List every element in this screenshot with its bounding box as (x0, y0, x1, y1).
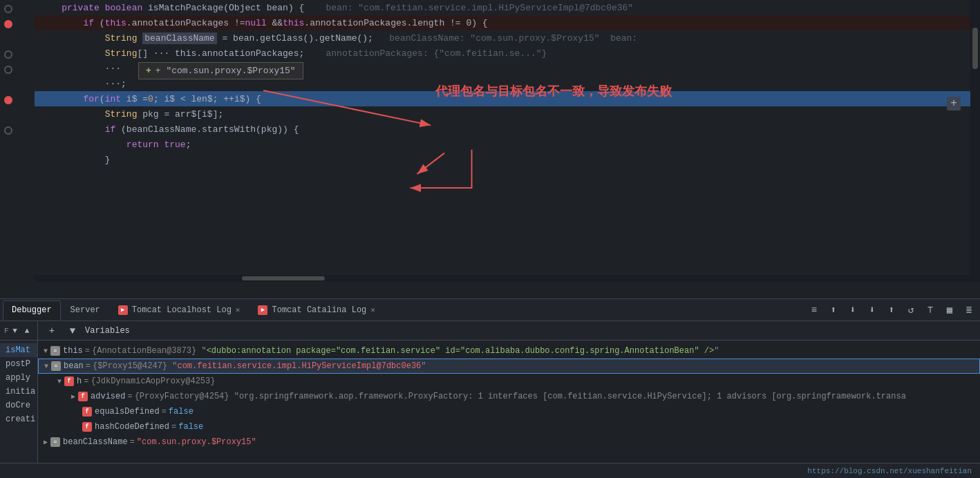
frame-item-ismat[interactable]: isMat (0, 343, 37, 357)
add-watch-button[interactable]: + (947, 97, 961, 111)
code-line-2: if ( this .annotationPackages != null &&… (35, 15, 970, 30)
gutter-line-10 (0, 138, 35, 153)
code-line-1: private boolean isMatchPackage(Object be… (35, 0, 970, 15)
gutter-line-6 (0, 77, 35, 93)
var-name-h: h (77, 376, 82, 386)
code-line-5: ··· + + "com.sun.proxy.$Proxy15" (35, 61, 970, 76)
gutter-line-9 (0, 123, 35, 138)
frame-item-ismat-label: isMat (6, 345, 30, 355)
tab-tomcat-localhost[interactable]: ▶ Tomcat Localhost Log ✕ (110, 300, 249, 320)
scroll-thumb-horizontal-code[interactable] (242, 276, 325, 280)
toolbar-btn-menu[interactable]: ≡ (806, 302, 822, 318)
annotation-area: 代理包名与目标包名不一致，导致发布失败 (435, 83, 672, 99)
frame-sidebar: F ▼ ▲ isMat postP apply initia doCre (0, 321, 38, 463)
breakpoint-hollow-5[interactable] (4, 66, 12, 74)
code-gutter (0, 0, 35, 275)
var-value-hashcode: false (178, 422, 203, 432)
var-row-hashcode-defined: f hashCodeDefined = false (38, 419, 980, 434)
var-icon-advised: f (78, 392, 88, 401)
var-name-equals: equalsDefined (95, 407, 160, 417)
toolbar-btn-filter[interactable]: ⊤ (922, 302, 939, 318)
code-lines: private boolean isMatchPackage(Object be… (35, 0, 970, 275)
expand-bean[interactable]: ▼ (44, 363, 48, 370)
expand-beanclassname[interactable]: ▶ (44, 438, 48, 446)
var-icon-hashcode: f (82, 422, 92, 432)
breakpoint-red-2[interactable] (4, 20, 12, 28)
frame-items: isMat postP apply initia doCre creati (0, 341, 37, 463)
variables-add-btn[interactable]: + (44, 323, 60, 339)
scroll-thumb-vertical[interactable] (972, 28, 978, 69)
var-value-equals: false (169, 407, 194, 417)
tab-tomcat-catalina-close[interactable]: ✕ (370, 305, 375, 314)
expand-h[interactable]: ▼ (57, 378, 62, 385)
tomcat-icon-1: ▶ (118, 305, 128, 315)
frame-item-apply-label: apply (6, 373, 30, 383)
breakpoint-hollow-9[interactable] (4, 126, 12, 135)
var-row-bean[interactable]: ▼ = bean = {$Proxy15@4247} " com.feitian… (38, 358, 980, 374)
toolbar-btn-list[interactable]: ≣ (961, 302, 977, 318)
var-row-h: ▼ f h = {JdkDynamicAopProxy@4253} (38, 374, 980, 389)
var-name-this: this (63, 346, 83, 356)
code-line-8: String pkg = arr$[i$]; (35, 106, 970, 122)
code-editor: private boolean isMatchPackage(Object be… (0, 0, 980, 275)
var-type-advised: {ProxyFactory@4254} "org.springframework… (135, 392, 906, 401)
gutter-line-5 (0, 62, 35, 77)
var-name-advised: advised (91, 392, 125, 401)
gutter-line-7 (0, 93, 35, 108)
frame-item-initia[interactable]: initia (0, 385, 37, 399)
code-line-9: if (beanClassName.startsWith(pkg)) { (35, 122, 970, 137)
horizontal-scrollbar-code[interactable] (35, 275, 980, 282)
frame-item-docre[interactable]: doCre (0, 399, 37, 412)
tab-server[interactable]: Server (62, 300, 109, 320)
toolbar-btn-up1[interactable]: ⬆ (825, 302, 842, 318)
expand-advised[interactable]: ▶ (71, 392, 75, 401)
frame-item-postp[interactable]: postP (0, 357, 37, 371)
tab-tomcat-localhost-label: Tomcat Localhost Log (132, 305, 232, 315)
gutter-line-1 (0, 1, 35, 17)
var-icon-h: f (64, 376, 74, 386)
frame-filter-btn[interactable]: ▼ (9, 323, 21, 339)
tooltip-value: + "com.sun.proxy.$Proxy15" (156, 66, 296, 76)
var-row-this: ▼ = this = {AnnotationBean@3873} " <dubb… (38, 343, 980, 358)
breakpoint-hollow-1[interactable] (4, 5, 12, 13)
var-row-equals-defined: f equalsDefined = false (38, 404, 980, 419)
code-line-3: String beanClassName = bean.getClass().g… (35, 30, 970, 46)
variable-tooltip: + + "com.sun.proxy.$Proxy15" (138, 62, 303, 79)
var-type-this: {AnnotationBean@3873} " (92, 346, 207, 356)
frame-item-postp-label: postP (6, 359, 30, 369)
var-icon-beanclassname: = (50, 437, 60, 447)
var-row-advised: ▶ f advised = {ProxyFactory@4254} "org.s… (38, 389, 980, 404)
frame-item-docre-label: doCre (6, 401, 30, 410)
frame-item-creati[interactable]: creati (0, 412, 37, 426)
vertical-scrollbar[interactable] (970, 0, 980, 275)
frame-sort-btn[interactable]: ▲ (21, 323, 33, 339)
gutter-line-4 (0, 47, 35, 62)
expand-this[interactable]: ▼ (44, 347, 48, 355)
toolbar-buttons: ≡ ⬆ ⬇ ⬇ ⬆ ↺ ⊤ ▦ ≣ (806, 302, 977, 318)
toolbar-btn-down2[interactable]: ⬇ (864, 302, 880, 318)
frame-item-initia-label: initia (6, 387, 35, 396)
var-icon-equals: f (82, 407, 92, 417)
tab-tomcat-localhost-close[interactable]: ✕ (236, 305, 241, 314)
variables-filter-btn[interactable]: ▼ (64, 323, 81, 339)
gutter-line-2 (0, 17, 35, 32)
breakpoint-hollow-4[interactable] (4, 50, 12, 59)
tomcat-icon-2: ▶ (258, 305, 267, 315)
tab-debugger[interactable]: Debugger (3, 300, 61, 320)
tab-tomcat-catalina[interactable]: ▶ Tomcat Catalina Log ✕ (249, 300, 383, 320)
frame-item-apply[interactable]: apply (0, 371, 37, 385)
toolbar-btn-refresh[interactable]: ↺ (903, 302, 919, 318)
variables-list: ▼ = this = {AnnotationBean@3873} " <dubb… (38, 341, 980, 463)
toolbar-btn-up2[interactable]: ⬆ (883, 302, 900, 318)
frame-label-f: F (4, 327, 9, 335)
tab-server-label: Server (70, 305, 100, 315)
variables-title: Variables (85, 326, 130, 336)
gutter-line-8 (0, 108, 35, 123)
breakpoint-red-7[interactable] (4, 96, 12, 104)
var-value-bean: com.feitian.service.impl.HiPyServiceImpl… (177, 361, 421, 371)
toolbar-btn-grid[interactable]: ▦ (941, 302, 958, 318)
var-value-beanclassname: "com.sun.proxy.$Proxy15" (137, 437, 256, 447)
tab-bar: Debugger Server ▶ Tomcat Localhost Log ✕… (0, 299, 980, 321)
toolbar-btn-down1[interactable]: ⬇ (845, 302, 861, 318)
tooltip-plus-icon: + (146, 66, 151, 76)
